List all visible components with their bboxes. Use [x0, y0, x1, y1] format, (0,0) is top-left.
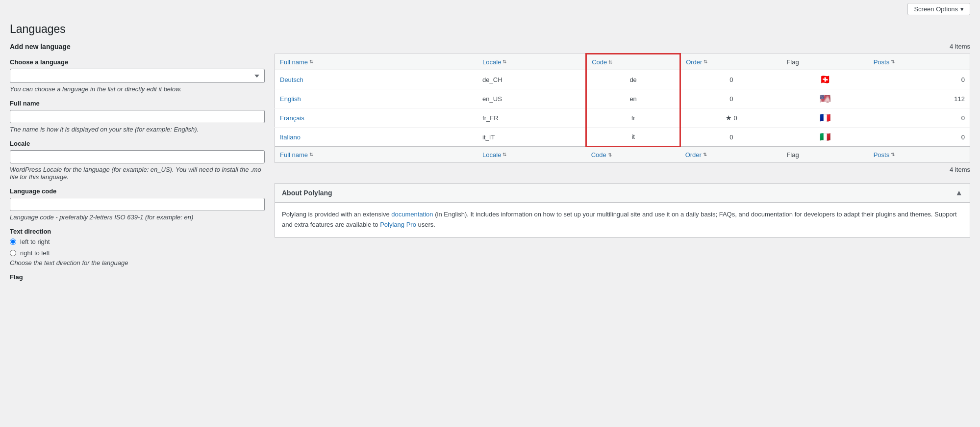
documentation-link[interactable]: documentation — [391, 211, 433, 218]
choose-language-hint: You can choose a language in the list or… — [10, 85, 265, 93]
td-locale-deutsch: de_CH — [477, 70, 586, 89]
choose-language-group: Choose a language You can choose a langu… — [10, 58, 265, 93]
table-footer: Full name ⇅ Locale ⇅ Cod — [275, 147, 970, 163]
tfoot-posts-link[interactable]: Posts ⇅ — [874, 151, 895, 159]
td-fullname-english: English — [275, 89, 478, 108]
tfoot-flag: Flag — [781, 147, 868, 163]
tfoot-fullname-link[interactable]: Full name ⇅ — [280, 151, 313, 159]
th-locale-link[interactable]: Locale ⇅ — [482, 58, 506, 66]
th-posts: Posts ⇅ — [869, 54, 970, 70]
tfoot-posts-text: Posts — [874, 151, 890, 159]
choose-language-label: Choose a language — [10, 58, 265, 66]
th-posts-link[interactable]: Posts ⇅ — [874, 58, 895, 66]
radio-ltr-text: left to right — [20, 238, 50, 245]
sort-order-icon: ⇅ — [704, 59, 707, 64]
fullname-hint: The name is how it is displayed on your … — [10, 126, 265, 133]
tfoot-posts: Posts ⇅ — [869, 147, 970, 163]
td-order-italiano: 0 — [680, 128, 782, 147]
radio-ltr-label[interactable]: left to right — [10, 238, 265, 245]
langcode-label: Language code — [10, 187, 265, 195]
about-body-part3: users. — [416, 221, 435, 228]
table-body: Deutsch de_CH de 0 🇨🇭 0 English en_US — [275, 70, 970, 147]
th-fullname-link[interactable]: Full name ⇅ — [280, 58, 313, 66]
th-code-text: Code — [592, 58, 607, 66]
about-polylang-body: Polylang is provided with an extensive d… — [275, 203, 970, 237]
right-panel: 4 items Full name ⇅ Locale — [275, 43, 970, 288]
fullname-label: Full name — [10, 100, 265, 107]
th-order-link[interactable]: Order ⇅ — [686, 58, 707, 66]
td-fullname-deutsch: Deutsch — [275, 70, 478, 89]
table-row: Deutsch de_CH de 0 🇨🇭 0 — [275, 70, 970, 89]
table-row: Italiano it_IT it 0 🇮🇹 0 — [275, 128, 970, 147]
add-language-form: Add new language Choose a language You c… — [10, 43, 265, 288]
td-order-francais: ★ 0 — [680, 108, 782, 128]
fullname-group: Full name The name is how it is displaye… — [10, 100, 265, 133]
choose-language-select[interactable] — [10, 69, 265, 83]
flag-group: Flag — [10, 273, 265, 281]
link-deutsch[interactable]: Deutsch — [280, 76, 303, 83]
th-code: Code ⇅ — [586, 54, 680, 70]
th-fullname: Full name ⇅ — [275, 54, 478, 70]
td-code-deutsch: de — [586, 70, 680, 89]
fullname-input[interactable] — [10, 110, 265, 123]
tfoot-order-text: Order — [685, 151, 702, 159]
screen-options-label: Screen Options — [914, 5, 958, 13]
locale-input[interactable] — [10, 150, 265, 163]
link-francais[interactable]: Français — [280, 114, 304, 122]
tfoot-locale-text: Locale — [482, 151, 501, 159]
th-fullname-text: Full name — [280, 58, 308, 66]
languages-table-wrapper: Full name ⇅ Locale ⇅ Cod — [275, 53, 970, 163]
th-flag: Flag — [781, 54, 868, 70]
td-posts-deutsch: 0 — [869, 70, 970, 89]
textdirection-label: Text direction — [10, 228, 265, 235]
radio-ltr[interactable] — [10, 239, 16, 245]
td-code-italiano: it — [586, 128, 680, 147]
about-polylang-header[interactable]: About Polylang ▲ — [275, 184, 970, 203]
td-locale-english: en_US — [477, 89, 586, 108]
td-locale-francais: fr_FR — [477, 108, 586, 128]
td-posts-english: 112 — [869, 89, 970, 108]
link-italiano[interactable]: Italiano — [280, 133, 301, 141]
locale-group: Locale WordPress Locale for the language… — [10, 140, 265, 181]
about-polylang-title: About Polylang — [282, 189, 332, 197]
locale-hint: WordPress Locale for the language (for e… — [10, 166, 265, 181]
collapse-icon: ▲ — [955, 188, 963, 197]
td-fullname-italiano: Italiano — [275, 128, 478, 147]
star-icon-francais: ★ — [726, 114, 732, 122]
th-code-link[interactable]: Code ⇅ — [592, 58, 612, 66]
polylang-pro-link[interactable]: Polylang Pro — [380, 221, 416, 228]
td-locale-italiano: it_IT — [477, 128, 586, 147]
table-row: English en_US en 0 🇺🇸 112 — [275, 89, 970, 108]
sort-fullname-icon-footer: ⇅ — [309, 152, 313, 157]
th-locale-text: Locale — [482, 58, 501, 66]
td-flag-italiano: 🇮🇹 — [781, 128, 868, 147]
about-body-part1: Polylang is provided with an extensive — [282, 211, 391, 218]
textdirection-group: Text direction left to right right to le… — [10, 228, 265, 267]
td-flag-english: 🇺🇸 — [781, 89, 868, 108]
td-flag-francais: 🇫🇷 — [781, 108, 868, 128]
sort-posts-icon: ⇅ — [891, 59, 895, 64]
td-posts-italiano: 0 — [869, 128, 970, 147]
td-order-english: 0 — [680, 89, 782, 108]
radio-rtl[interactable] — [10, 250, 16, 256]
radio-rtl-label[interactable]: right to left — [10, 249, 265, 257]
screen-options-button[interactable]: Screen Options ▾ — [907, 3, 970, 15]
sort-fullname-icon: ⇅ — [309, 59, 313, 64]
tfoot-code-link[interactable]: Code ⇅ — [591, 151, 612, 159]
tfoot-fullname-text: Full name — [280, 151, 308, 159]
radio-rtl-text: right to left — [20, 249, 50, 257]
tfoot-code-text: Code — [591, 151, 606, 159]
tfoot-locale-link[interactable]: Locale ⇅ — [482, 151, 506, 159]
tfoot-order-link[interactable]: Order ⇅ — [685, 151, 707, 159]
th-locale: Locale ⇅ — [477, 54, 586, 70]
dropdown-arrow-icon: ▾ — [960, 5, 964, 13]
items-count-top: 4 items — [275, 43, 970, 50]
td-fullname-francais: Français — [275, 108, 478, 128]
th-order-text: Order — [686, 58, 702, 66]
td-code-francais: fr — [586, 108, 680, 128]
langcode-input[interactable] — [10, 198, 265, 211]
langcode-hint: Language code - preferably 2-letters ISO… — [10, 214, 265, 221]
locale-label: Locale — [10, 140, 265, 147]
td-posts-francais: 0 — [869, 108, 970, 128]
link-english[interactable]: English — [280, 95, 301, 103]
